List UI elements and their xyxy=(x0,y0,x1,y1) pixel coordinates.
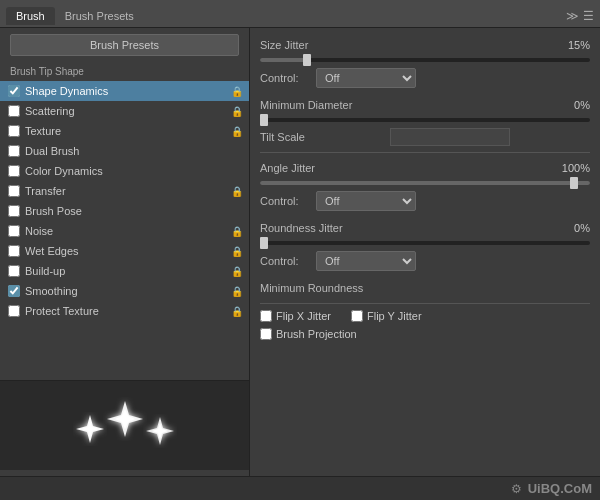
section-label: Brush Tip Shape xyxy=(0,64,249,81)
lock-icon: 🔒 xyxy=(231,106,243,117)
tilt-scale-row: Tilt Scale xyxy=(260,128,590,146)
watermark: UiBQ.CoM xyxy=(528,481,592,496)
checkbox-scattering[interactable] xyxy=(8,105,20,117)
flip-x-jitter-checkbox[interactable] xyxy=(260,310,272,322)
checkbox-brush-pose[interactable] xyxy=(8,205,20,217)
brush-item-dual-brush[interactable]: Dual Brush xyxy=(0,141,249,161)
brush-projection-row: Brush Projection xyxy=(260,328,590,340)
lock-icon: 🔒 xyxy=(231,286,243,297)
size-jitter-control-row: Control: Off Fade Pen Pressure Pen Tilt xyxy=(260,68,590,88)
angle-control-select[interactable]: Off Fade Pen Pressure Pen Tilt xyxy=(316,191,416,211)
brush-item-smoothing[interactable]: Smoothing 🔒 xyxy=(0,281,249,301)
svg-marker-5 xyxy=(152,423,168,439)
lock-icon: 🔒 xyxy=(231,266,243,277)
lock-icon: 🔒 xyxy=(231,86,243,97)
tab-brush[interactable]: Brush xyxy=(6,7,55,25)
brush-item-label: Noise xyxy=(25,225,231,237)
lock-icon: 🔒 xyxy=(231,226,243,237)
angle-jitter-thumb[interactable] xyxy=(570,177,578,189)
tab-icons: ≫ ☰ xyxy=(566,9,594,23)
brush-item-label: Color Dynamics xyxy=(25,165,243,177)
min-diameter-value: 0% xyxy=(555,99,590,111)
brush-preview-svg xyxy=(65,391,185,461)
svg-marker-1 xyxy=(82,421,98,437)
divider-1 xyxy=(260,152,590,153)
min-diameter-thumb[interactable] xyxy=(260,114,268,126)
left-panel: Brush Presets Brush Tip Shape Shape Dyna… xyxy=(0,28,250,476)
min-diameter-slider-container xyxy=(260,118,590,122)
brush-item-protect-texture[interactable]: Protect Texture 🔒 xyxy=(0,301,249,321)
brush-item-label: Protect Texture xyxy=(25,305,231,317)
min-roundness-row: Minimum Roundness xyxy=(260,279,590,297)
lock-icon: 🔒 xyxy=(231,306,243,317)
roundness-jitter-value: 0% xyxy=(555,222,590,234)
roundness-jitter-slider-container xyxy=(260,241,590,245)
control-label-3: Control: xyxy=(260,255,310,267)
roundness-jitter-row: Roundness Jitter 0% xyxy=(260,219,590,237)
expand-icon[interactable]: ≫ xyxy=(566,9,579,23)
svg-marker-3 xyxy=(115,409,135,429)
brush-item-label: Scattering xyxy=(25,105,231,117)
lock-icon: 🔒 xyxy=(231,246,243,257)
brush-item-texture[interactable]: Texture 🔒 xyxy=(0,121,249,141)
checkbox-wet-edges[interactable] xyxy=(8,245,20,257)
tilt-scale-input[interactable] xyxy=(390,128,510,146)
angle-jitter-row: Angle Jitter 100% xyxy=(260,159,590,177)
flip-y-jitter-item[interactable]: Flip Y Jitter xyxy=(351,310,422,322)
checkbox-protect-texture[interactable] xyxy=(8,305,20,317)
flip-y-jitter-label: Flip Y Jitter xyxy=(367,310,422,322)
flip-x-jitter-label: Flip X Jitter xyxy=(276,310,331,322)
checkbox-color-dynamics[interactable] xyxy=(8,165,20,177)
brush-projection-checkbox[interactable] xyxy=(260,328,272,340)
size-jitter-control-select[interactable]: Off Fade Pen Pressure Pen Tilt xyxy=(316,68,416,88)
brush-list: Shape Dynamics 🔒 Scattering 🔒 Texture 🔒 … xyxy=(0,81,249,380)
brush-item-buildup[interactable]: Build-up 🔒 xyxy=(0,261,249,281)
size-jitter-track xyxy=(260,58,590,62)
checkbox-transfer[interactable] xyxy=(8,185,20,197)
flip-y-jitter-checkbox[interactable] xyxy=(351,310,363,322)
brush-panel: Brush Brush Presets ≫ ☰ Brush Presets Br… xyxy=(0,0,600,500)
angle-jitter-fill xyxy=(260,181,590,185)
checkbox-buildup[interactable] xyxy=(8,265,20,277)
brush-item-label: Wet Edges xyxy=(25,245,231,257)
brush-item-color-dynamics[interactable]: Color Dynamics xyxy=(0,161,249,181)
checkbox-shape-dynamics[interactable] xyxy=(8,85,20,97)
size-jitter-row: Size Jitter 15% xyxy=(260,36,590,54)
bottom-bar: ⚙ UiBQ.CoM xyxy=(0,476,600,500)
brush-projection-item[interactable]: Brush Projection xyxy=(260,328,357,340)
brush-item-transfer[interactable]: Transfer 🔒 xyxy=(0,181,249,201)
flip-options-row: Flip X Jitter Flip Y Jitter xyxy=(260,310,590,322)
angle-jitter-label: Angle Jitter xyxy=(260,162,390,174)
roundness-jitter-thumb[interactable] xyxy=(260,237,268,249)
brush-item-label: Smoothing xyxy=(25,285,231,297)
brush-presets-button[interactable]: Brush Presets xyxy=(10,34,239,56)
checkbox-smoothing[interactable] xyxy=(8,285,20,297)
brush-item-label: Brush Pose xyxy=(25,205,243,217)
brush-item-wet-edges[interactable]: Wet Edges 🔒 xyxy=(0,241,249,261)
menu-icon[interactable]: ☰ xyxy=(583,9,594,23)
size-jitter-label: Size Jitter xyxy=(260,39,390,51)
tab-brush-presets[interactable]: Brush Presets xyxy=(55,7,144,25)
angle-jitter-slider-container xyxy=(260,181,590,185)
checkbox-texture[interactable] xyxy=(8,125,20,137)
checkbox-dual-brush[interactable] xyxy=(8,145,20,157)
size-jitter-thumb[interactable] xyxy=(303,54,311,66)
roundness-control-select[interactable]: Off Fade Pen Pressure Pen Tilt xyxy=(316,251,416,271)
roundness-control-row: Control: Off Fade Pen Pressure Pen Tilt xyxy=(260,251,590,271)
brush-item-shape-dynamics[interactable]: Shape Dynamics 🔒 xyxy=(0,81,249,101)
brush-item-scattering[interactable]: Scattering 🔒 xyxy=(0,101,249,121)
settings-icon[interactable]: ⚙ xyxy=(511,482,522,496)
min-roundness-label: Minimum Roundness xyxy=(260,282,390,294)
flip-x-jitter-item[interactable]: Flip X Jitter xyxy=(260,310,331,322)
control-label-1: Control: xyxy=(260,72,310,84)
brush-item-label: Build-up xyxy=(25,265,231,277)
brush-preview xyxy=(0,380,249,470)
brush-item-noise[interactable]: Noise 🔒 xyxy=(0,221,249,241)
brush-item-brush-pose[interactable]: Brush Pose xyxy=(0,201,249,221)
size-jitter-value: 15% xyxy=(555,39,590,51)
checkbox-noise[interactable] xyxy=(8,225,20,237)
min-diameter-track xyxy=(260,118,590,122)
brush-item-label: Transfer xyxy=(25,185,231,197)
divider-2 xyxy=(260,303,590,304)
min-diameter-label: Minimum Diameter xyxy=(260,99,390,111)
